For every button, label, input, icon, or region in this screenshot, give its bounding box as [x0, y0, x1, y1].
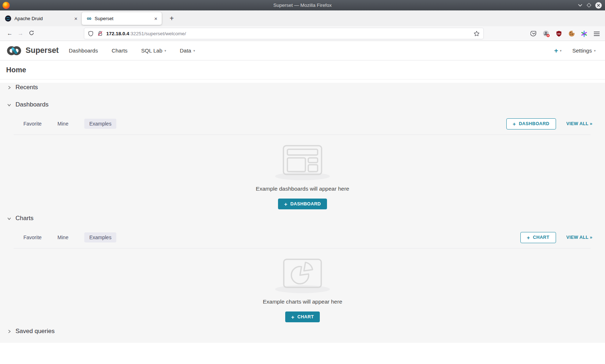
plus-icon: + [291, 314, 295, 320]
chart-placeholder-icon [283, 259, 322, 288]
back-button[interactable]: ← [4, 30, 15, 37]
tab-label: Superset [95, 16, 154, 21]
tab-label: Apache Druid [14, 16, 74, 21]
forward-button[interactable]: → [15, 30, 26, 37]
url-host: 172.18.0.4 [106, 31, 129, 36]
new-item-menu-button[interactable]: + ▾ [554, 47, 562, 55]
ublock-origin-button[interactable]: UO [555, 30, 563, 38]
extension-disabled-icon [543, 30, 550, 37]
superset-brand[interactable]: Superset [6, 46, 59, 56]
nav-item-charts[interactable]: Charts [112, 47, 127, 54]
url-bar[interactable]: 172.18.0.4:32251/superset/welcome/ [84, 28, 483, 39]
nav-links: Dashboards Charts SQL Lab ▾ Data ▾ [69, 47, 195, 54]
plus-icon: + [554, 47, 558, 55]
button-label: CHART [297, 314, 314, 319]
dashboards-tabset: Favorite Mine Examples [23, 119, 116, 129]
nav-item-label: SQL Lab [141, 47, 162, 54]
new-tab-button[interactable]: + [167, 14, 176, 23]
empty-state-action: + DASHBOARD [0, 199, 605, 209]
tab-superset-active[interactable]: ∞ Superset × [82, 12, 162, 25]
hamburger-icon [594, 31, 600, 36]
section-label: Charts [15, 215, 33, 222]
nav-item-data[interactable]: Data ▾ [180, 47, 195, 54]
reload-button[interactable] [26, 30, 37, 37]
extension-asterisk-button[interactable] [580, 30, 588, 38]
chevron-down-icon: ▾ [594, 49, 596, 53]
superset-favicon: ∞ [87, 15, 91, 21]
section-label: Recents [15, 84, 38, 91]
tab-apache-druid[interactable]: Apache Druid × [0, 12, 82, 25]
nav-item-label: Data [180, 47, 191, 54]
chevron-right-icon [7, 85, 12, 90]
pocket-button[interactable] [530, 30, 538, 38]
charts-tabset: Favorite Mine Examples [23, 232, 116, 242]
empty-state-action: + CHART [0, 311, 605, 322]
browser-toolbar: ← → 172.18.0.4:32251/superset/welcome/ [0, 26, 605, 41]
window-title: Superset — Mozilla Firefox [273, 3, 332, 8]
maximize-button[interactable] [587, 3, 591, 8]
page-title: Home [6, 66, 26, 74]
section-dashboards-toggle[interactable]: Dashboards [0, 100, 605, 109]
extension-button[interactable] [542, 30, 550, 38]
browser-tab-bar: Apache Druid × ∞ Superset × + [0, 10, 605, 26]
pocket-icon [530, 31, 537, 37]
dashboards-subbar: Favorite Mine Examples + DASHBOARD VIEW … [0, 118, 605, 129]
svg-text:UO: UO [557, 32, 561, 35]
brand-name: Superset [26, 46, 59, 55]
nav-item-sql-lab[interactable]: SQL Lab ▾ [141, 47, 166, 54]
charts-subbar: Favorite Mine Examples + CHART VIEW ALL … [0, 232, 605, 243]
colorful-asterisk-icon [581, 31, 587, 37]
charts-actions: + CHART VIEW ALL » [520, 232, 592, 243]
tab-mine[interactable]: Mine [58, 121, 68, 127]
chevron-down-icon: ▾ [560, 49, 562, 53]
insecure-lock-icon[interactable] [97, 31, 103, 36]
bookmark-star-icon[interactable] [474, 31, 480, 37]
chart-empty-illustration [283, 259, 322, 288]
settings-menu-button[interactable]: Settings ▾ [572, 47, 596, 54]
empty-state-text: Example dashboards will appear here [0, 186, 605, 192]
menu-button[interactable] [593, 30, 601, 38]
dashboards-actions: + DASHBOARD VIEW ALL » [506, 118, 592, 129]
section-charts-toggle[interactable]: Charts [0, 214, 605, 223]
minimize-button[interactable] [578, 4, 583, 7]
cookie-manager-button[interactable] [568, 30, 575, 38]
tab-mine[interactable]: Mine [58, 235, 68, 240]
plus-icon: + [527, 235, 530, 240]
tab-close-button[interactable]: × [74, 16, 77, 21]
new-dashboard-button[interactable]: + DASHBOARD [506, 118, 556, 129]
tab-examples[interactable]: Examples [84, 232, 116, 242]
tab-favorite[interactable]: Favorite [23, 235, 42, 240]
home-content: Recents Dashboards Favorite Mine Example… [0, 83, 605, 343]
chevron-down-icon: ▾ [193, 49, 195, 53]
dashboard-empty-illustration [283, 145, 322, 175]
empty-state-text: Example charts will appear here [0, 299, 605, 305]
dashboards-view-all-link[interactable]: VIEW ALL » [566, 121, 592, 126]
reload-icon [29, 30, 34, 36]
settings-label: Settings [572, 47, 592, 54]
tracking-shield-icon[interactable] [88, 31, 94, 37]
charts-view-all-link[interactable]: VIEW ALL » [566, 235, 592, 240]
section-recents-toggle[interactable]: Recents [0, 83, 605, 92]
new-chart-button[interactable]: + CHART [520, 232, 556, 243]
firefox-logo-icon [3, 2, 10, 9]
nav-item-label: Charts [112, 47, 127, 54]
section-saved-queries-toggle[interactable]: Saved queries [0, 327, 605, 336]
section-label: Dashboards [15, 101, 49, 108]
new-chart-primary-button[interactable]: + CHART [285, 311, 320, 322]
toolbar-extension-icons: UO [530, 26, 601, 41]
nav-item-dashboards[interactable]: Dashboards [69, 47, 98, 54]
chevron-right-icon [7, 329, 12, 334]
superset-navbar: Superset Dashboards Charts SQL Lab ▾ Dat… [0, 41, 605, 60]
tab-examples[interactable]: Examples [84, 119, 116, 129]
window-titlebar: Superset — Mozilla Firefox [0, 0, 605, 10]
new-dashboard-primary-button[interactable]: + DASHBOARD [278, 199, 327, 209]
druid-favicon [5, 15, 11, 22]
button-label: DASHBOARD [290, 201, 321, 206]
section-label: Saved queries [15, 328, 55, 335]
close-icon [597, 4, 600, 7]
button-label: DASHBOARD [519, 121, 550, 126]
tab-close-button[interactable]: × [154, 16, 157, 21]
superset-logo-icon [6, 46, 22, 56]
close-button[interactable] [595, 2, 602, 9]
tab-favorite[interactable]: Favorite [23, 121, 42, 127]
